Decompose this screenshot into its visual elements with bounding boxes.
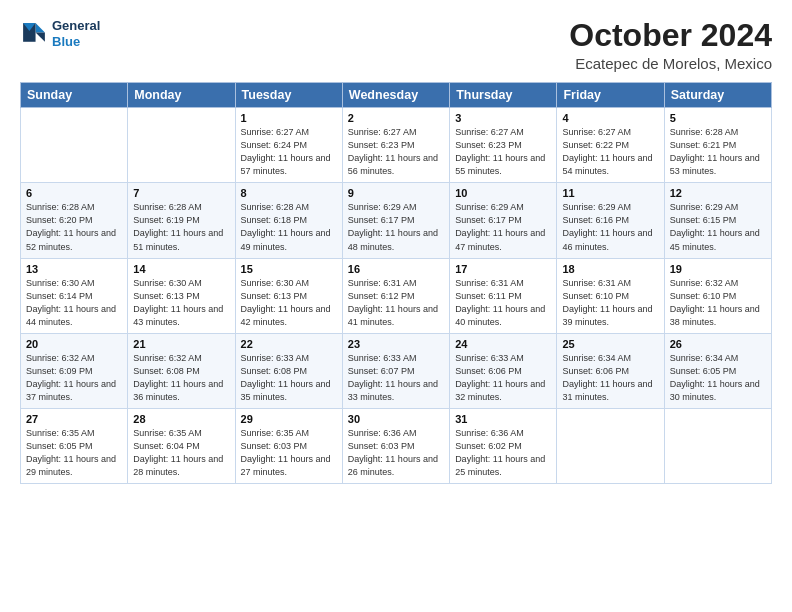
day-cell: 16Sunrise: 6:31 AM Sunset: 6:12 PM Dayli… (342, 258, 449, 333)
day-cell: 31Sunrise: 6:36 AM Sunset: 6:02 PM Dayli… (450, 408, 557, 483)
day-number: 22 (241, 338, 337, 350)
day-cell (664, 408, 771, 483)
day-number: 21 (133, 338, 229, 350)
day-detail: Sunrise: 6:30 AM Sunset: 6:13 PM Dayligh… (241, 277, 337, 329)
weekday-header-wednesday: Wednesday (342, 83, 449, 108)
day-detail: Sunrise: 6:27 AM Sunset: 6:24 PM Dayligh… (241, 126, 337, 178)
day-detail: Sunrise: 6:35 AM Sunset: 6:04 PM Dayligh… (133, 427, 229, 479)
day-number: 27 (26, 413, 122, 425)
day-cell: 30Sunrise: 6:36 AM Sunset: 6:03 PM Dayli… (342, 408, 449, 483)
day-cell: 28Sunrise: 6:35 AM Sunset: 6:04 PM Dayli… (128, 408, 235, 483)
svg-marker-0 (36, 23, 45, 32)
day-cell: 8Sunrise: 6:28 AM Sunset: 6:18 PM Daylig… (235, 183, 342, 258)
day-number: 11 (562, 187, 658, 199)
day-detail: Sunrise: 6:31 AM Sunset: 6:11 PM Dayligh… (455, 277, 551, 329)
day-detail: Sunrise: 6:28 AM Sunset: 6:20 PM Dayligh… (26, 201, 122, 253)
day-cell: 9Sunrise: 6:29 AM Sunset: 6:17 PM Daylig… (342, 183, 449, 258)
logo-icon (20, 20, 48, 48)
day-detail: Sunrise: 6:34 AM Sunset: 6:06 PM Dayligh… (562, 352, 658, 404)
day-number: 25 (562, 338, 658, 350)
day-cell: 10Sunrise: 6:29 AM Sunset: 6:17 PM Dayli… (450, 183, 557, 258)
day-number: 28 (133, 413, 229, 425)
day-detail: Sunrise: 6:33 AM Sunset: 6:07 PM Dayligh… (348, 352, 444, 404)
svg-marker-1 (36, 32, 45, 41)
day-cell (21, 108, 128, 183)
day-number: 19 (670, 263, 766, 275)
day-detail: Sunrise: 6:27 AM Sunset: 6:22 PM Dayligh… (562, 126, 658, 178)
day-number: 4 (562, 112, 658, 124)
day-detail: Sunrise: 6:36 AM Sunset: 6:03 PM Dayligh… (348, 427, 444, 479)
day-cell: 11Sunrise: 6:29 AM Sunset: 6:16 PM Dayli… (557, 183, 664, 258)
day-cell (128, 108, 235, 183)
day-number: 26 (670, 338, 766, 350)
day-detail: Sunrise: 6:32 AM Sunset: 6:09 PM Dayligh… (26, 352, 122, 404)
day-number: 3 (455, 112, 551, 124)
weekday-header-tuesday: Tuesday (235, 83, 342, 108)
day-detail: Sunrise: 6:28 AM Sunset: 6:18 PM Dayligh… (241, 201, 337, 253)
day-number: 31 (455, 413, 551, 425)
day-cell: 18Sunrise: 6:31 AM Sunset: 6:10 PM Dayli… (557, 258, 664, 333)
day-detail: Sunrise: 6:28 AM Sunset: 6:21 PM Dayligh… (670, 126, 766, 178)
title-block: October 2024 Ecatepec de Morelos, Mexico (569, 18, 772, 72)
day-cell: 5Sunrise: 6:28 AM Sunset: 6:21 PM Daylig… (664, 108, 771, 183)
day-detail: Sunrise: 6:30 AM Sunset: 6:14 PM Dayligh… (26, 277, 122, 329)
day-number: 24 (455, 338, 551, 350)
day-detail: Sunrise: 6:32 AM Sunset: 6:08 PM Dayligh… (133, 352, 229, 404)
day-number: 30 (348, 413, 444, 425)
week-row-3: 13Sunrise: 6:30 AM Sunset: 6:14 PM Dayli… (21, 258, 772, 333)
day-cell: 22Sunrise: 6:33 AM Sunset: 6:08 PM Dayli… (235, 333, 342, 408)
day-number: 14 (133, 263, 229, 275)
day-cell: 1Sunrise: 6:27 AM Sunset: 6:24 PM Daylig… (235, 108, 342, 183)
day-detail: Sunrise: 6:30 AM Sunset: 6:13 PM Dayligh… (133, 277, 229, 329)
day-number: 2 (348, 112, 444, 124)
calendar: SundayMondayTuesdayWednesdayThursdayFrid… (20, 82, 772, 484)
day-cell: 3Sunrise: 6:27 AM Sunset: 6:23 PM Daylig… (450, 108, 557, 183)
day-cell: 17Sunrise: 6:31 AM Sunset: 6:11 PM Dayli… (450, 258, 557, 333)
day-cell: 24Sunrise: 6:33 AM Sunset: 6:06 PM Dayli… (450, 333, 557, 408)
day-number: 10 (455, 187, 551, 199)
day-detail: Sunrise: 6:35 AM Sunset: 6:03 PM Dayligh… (241, 427, 337, 479)
week-row-5: 27Sunrise: 6:35 AM Sunset: 6:05 PM Dayli… (21, 408, 772, 483)
month-title: October 2024 (569, 18, 772, 53)
logo: General Blue (20, 18, 100, 49)
day-cell: 26Sunrise: 6:34 AM Sunset: 6:05 PM Dayli… (664, 333, 771, 408)
weekday-header-row: SundayMondayTuesdayWednesdayThursdayFrid… (21, 83, 772, 108)
day-detail: Sunrise: 6:36 AM Sunset: 6:02 PM Dayligh… (455, 427, 551, 479)
day-number: 17 (455, 263, 551, 275)
day-number: 23 (348, 338, 444, 350)
day-detail: Sunrise: 6:29 AM Sunset: 6:17 PM Dayligh… (348, 201, 444, 253)
day-cell: 21Sunrise: 6:32 AM Sunset: 6:08 PM Dayli… (128, 333, 235, 408)
week-row-4: 20Sunrise: 6:32 AM Sunset: 6:09 PM Dayli… (21, 333, 772, 408)
day-cell: 27Sunrise: 6:35 AM Sunset: 6:05 PM Dayli… (21, 408, 128, 483)
weekday-header-thursday: Thursday (450, 83, 557, 108)
day-cell: 14Sunrise: 6:30 AM Sunset: 6:13 PM Dayli… (128, 258, 235, 333)
day-detail: Sunrise: 6:33 AM Sunset: 6:06 PM Dayligh… (455, 352, 551, 404)
page: General Blue October 2024 Ecatepec de Mo… (0, 0, 792, 612)
weekday-header-friday: Friday (557, 83, 664, 108)
day-cell: 15Sunrise: 6:30 AM Sunset: 6:13 PM Dayli… (235, 258, 342, 333)
day-detail: Sunrise: 6:35 AM Sunset: 6:05 PM Dayligh… (26, 427, 122, 479)
day-cell: 4Sunrise: 6:27 AM Sunset: 6:22 PM Daylig… (557, 108, 664, 183)
day-number: 7 (133, 187, 229, 199)
day-number: 8 (241, 187, 337, 199)
day-detail: Sunrise: 6:29 AM Sunset: 6:16 PM Dayligh… (562, 201, 658, 253)
day-detail: Sunrise: 6:32 AM Sunset: 6:10 PM Dayligh… (670, 277, 766, 329)
day-cell: 2Sunrise: 6:27 AM Sunset: 6:23 PM Daylig… (342, 108, 449, 183)
day-cell: 23Sunrise: 6:33 AM Sunset: 6:07 PM Dayli… (342, 333, 449, 408)
day-number: 29 (241, 413, 337, 425)
day-number: 20 (26, 338, 122, 350)
day-number: 5 (670, 112, 766, 124)
day-cell: 20Sunrise: 6:32 AM Sunset: 6:09 PM Dayli… (21, 333, 128, 408)
day-number: 18 (562, 263, 658, 275)
day-detail: Sunrise: 6:27 AM Sunset: 6:23 PM Dayligh… (348, 126, 444, 178)
weekday-header-saturday: Saturday (664, 83, 771, 108)
day-detail: Sunrise: 6:27 AM Sunset: 6:23 PM Dayligh… (455, 126, 551, 178)
day-cell: 7Sunrise: 6:28 AM Sunset: 6:19 PM Daylig… (128, 183, 235, 258)
day-cell (557, 408, 664, 483)
day-detail: Sunrise: 6:29 AM Sunset: 6:15 PM Dayligh… (670, 201, 766, 253)
weekday-header-sunday: Sunday (21, 83, 128, 108)
day-detail: Sunrise: 6:31 AM Sunset: 6:10 PM Dayligh… (562, 277, 658, 329)
day-number: 13 (26, 263, 122, 275)
day-detail: Sunrise: 6:34 AM Sunset: 6:05 PM Dayligh… (670, 352, 766, 404)
day-number: 1 (241, 112, 337, 124)
